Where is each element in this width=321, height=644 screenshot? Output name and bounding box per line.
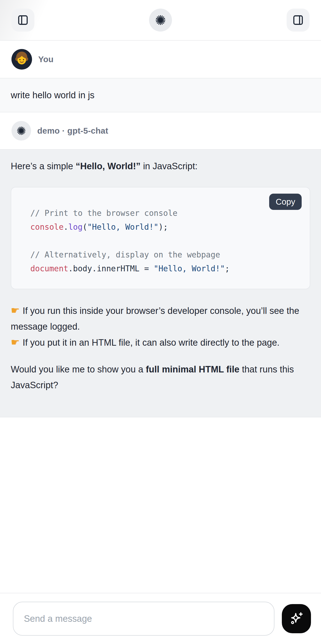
person-emoji-icon — [11, 49, 32, 70]
pointing-right-icon: ☛ — [11, 304, 20, 316]
assistant-notes: ☛If you run this inside your browser’s d… — [11, 303, 310, 350]
pointing-right-icon: ☛ — [11, 336, 20, 348]
assistant-sender-label: demo · gpt-5-chat — [37, 126, 108, 136]
send-button[interactable] — [282, 604, 311, 633]
model-badge[interactable] — [149, 8, 172, 32]
panel-right-icon — [292, 14, 304, 26]
sparkle-plus-icon — [289, 611, 304, 626]
composer-bar — [0, 593, 321, 644]
user-avatar — [11, 49, 32, 70]
empty-area — [0, 418, 321, 593]
top-bar — [0, 0, 321, 41]
chat-screen: You write hello world in js dem — [0, 0, 321, 644]
user-message: write hello world in js — [0, 78, 321, 112]
message-input[interactable] — [13, 602, 275, 636]
note-text: If you put it in an HTML file, it can al… — [23, 338, 280, 348]
code-block: Copy // Print to the browser console con… — [11, 187, 310, 289]
assistant-message-header: demo · gpt-5-chat — [0, 112, 321, 150]
assistant-avatar — [11, 121, 31, 140]
user-message-text: write hello world in js — [11, 90, 95, 100]
note-text: If you run this inside your browser’s de… — [11, 306, 299, 332]
assistant-intro: Here’s a simple “Hello, World!” in JavaS… — [11, 159, 310, 173]
starburst-icon — [155, 14, 166, 26]
note-line: ☛If you run this inside your browser’s d… — [11, 303, 310, 334]
panel-toggle-button[interactable] — [287, 8, 310, 32]
user-sender-label: You — [38, 54, 53, 64]
copy-button[interactable]: Copy — [269, 194, 302, 210]
sidebar-toggle-button[interactable] — [11, 8, 34, 32]
user-message-header: You — [0, 41, 321, 78]
assistant-followup: Would you like me to show you a full min… — [11, 362, 310, 393]
starburst-icon — [16, 126, 26, 136]
panel-left-icon — [17, 14, 29, 26]
code-content: // Print to the browser console console.… — [11, 188, 310, 294]
assistant-message: Here’s a simple “Hello, World!” in JavaS… — [0, 150, 321, 418]
note-line: ☛If you put it in an HTML file, it can a… — [11, 334, 310, 350]
